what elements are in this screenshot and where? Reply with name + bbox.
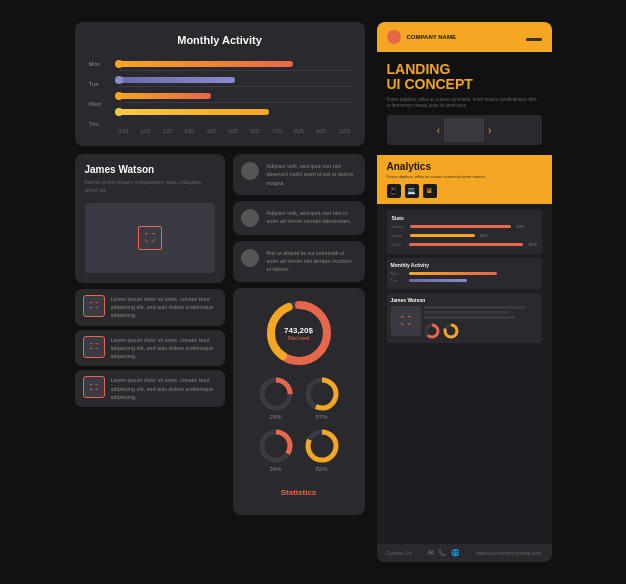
rp-bar-2 [410, 234, 475, 237]
avatar-3 [241, 249, 259, 267]
rp-profile-mini: James Watson ⛶ [387, 293, 542, 343]
statistics-label: Statistics [281, 488, 317, 497]
image-icon: ⛶ [138, 226, 162, 250]
main-donut-chart: 743,20$ Recived [264, 298, 334, 368]
bottom-row: James Watson Nemo enim ipsam voluptatem … [75, 154, 365, 562]
rp-activity-title: Monthly Activity [391, 262, 538, 268]
rp-profile-content: ⛶ [391, 306, 538, 339]
donut-amount: 743,20$ [284, 325, 313, 334]
app-container: Monthly Activity Mon Tue Wed Thu [0, 0, 626, 584]
small-donuts-row-2: 34% 82% [258, 428, 340, 472]
chart-labels: Mon Tue Wed Thu [89, 54, 117, 134]
rp-analytics-icons: 📱 💻 🖥 [387, 184, 542, 198]
rp-text-line-1 [424, 306, 527, 309]
chart-bars-area: 0/25 1/25 2/25 3/25 4/25 5/25 6/25 7/25 … [119, 54, 351, 134]
profile-name: James Watson [85, 164, 215, 175]
rp-hero-image: ‹ › [387, 115, 542, 145]
rp-mini-donut-1 [424, 323, 440, 339]
rp-profile-name-mini: James Watson [391, 297, 538, 303]
profile-column: James Watson Nemo enim ipsam voluptatem … [75, 154, 225, 562]
chart-label-tue: Tue [89, 81, 117, 87]
list-item-text: Lorem ipsum dolor sit amet, consec tetur… [111, 376, 217, 401]
rp-analytics-text: Fusce dapibus, tellus ac cursus commodo … [387, 174, 542, 180]
rp-footer-icon-3[interactable]: 🌐 [451, 549, 460, 557]
rp-profile-img-mini: ⛶ [391, 306, 421, 336]
chart-label-wed: Wed [89, 101, 117, 107]
stat-text-block-3: Nisi ut aliquid ex ea commodi ut enim ad… [233, 241, 365, 282]
stat-text-1: Adipisci velit, sed quia non nisi deseru… [267, 162, 357, 187]
rp-analytics-icon-2[interactable]: 💻 [405, 184, 419, 198]
small-donut-label-82: 82% [315, 466, 327, 472]
rp-analytics-title: Analytics [387, 161, 542, 172]
rp-text-line-2 [424, 311, 510, 314]
small-donut-label-34: 34% [269, 466, 281, 472]
donut-label: 743,20$ Recived [284, 325, 313, 340]
rp-stat-bar-3: Dolor 85% [392, 242, 537, 247]
x-labels: 0/25 1/25 2/25 3/25 4/25 5/25 6/25 7/25 … [119, 128, 351, 134]
chart-area: Mon Tue Wed Thu [89, 54, 351, 134]
rp-text-line-3 [424, 316, 515, 319]
small-donut-34: 34% [258, 428, 294, 472]
list-items: ⛶ Lorem ipsum dolor sit amet, consec tet… [75, 289, 225, 407]
monthly-activity-title: Monthly Activity [89, 34, 351, 46]
right-panel: COMPANY NAME LANDING UI CONCEPT Fusce da… [377, 22, 552, 562]
rp-right-arrow[interactable]: › [488, 125, 491, 136]
list-item: ⛶ Lorem ipsum dolor sit amet, consec tet… [75, 370, 225, 407]
donut-area: 743,20$ Recived 25% [233, 288, 365, 515]
chart-label-thu: Thu [89, 121, 117, 127]
rp-dark-section: Stats Lorem 70% Ipsum 45% Dolor [377, 204, 552, 544]
rp-left-arrow[interactable]: ‹ [437, 125, 440, 136]
rp-hero-text: Fusce dapibus, tellus ac cursus commodo,… [387, 97, 542, 110]
rp-header: COMPANY NAME [377, 22, 552, 52]
rp-hero: LANDING UI CONCEPT Fusce dapibus, tellus… [377, 52, 552, 155]
rp-website: www.yourcompanyname.com [476, 550, 541, 556]
chart-label-mon: Mon [89, 61, 117, 67]
monthly-activity-card: Monthly Activity Mon Tue Wed Thu [75, 22, 365, 146]
list-item-icon: ⛶ [83, 376, 105, 398]
rp-contact-label: Contact Us [387, 550, 412, 556]
list-item-icon: ⛶ [83, 295, 105, 317]
list-item-text: Lorem ipsum dolor sit amet, consec tetur… [111, 336, 217, 361]
avatar-1 [241, 162, 259, 180]
small-donut-57: 57% [304, 376, 340, 420]
list-item-text: Lorem ipsum dolor sit amet, consec tetur… [111, 295, 217, 320]
rp-activity-mini: Monthly Activity Mon Tue [387, 258, 542, 289]
avatar-2 [241, 209, 259, 227]
list-item: ⛶ Lorem ipsum dolor sit amet, consec tet… [75, 289, 225, 326]
rp-activity-bar-1: Mon [391, 271, 538, 276]
rp-stat-bar-2: Ipsum 45% [392, 233, 537, 238]
rp-mini-donut-2 [443, 323, 459, 339]
stat-text-block-2: Adipisci velit, sed quia non nisi ut eni… [233, 201, 365, 235]
rp-footer-icon-1[interactable]: ✉ [428, 549, 434, 557]
list-item: ⛶ Lorem ipsum dolor sit amet, consec tet… [75, 330, 225, 367]
rp-logo [387, 30, 401, 44]
rp-mini-donuts [424, 323, 538, 339]
stats-column: Adipisci velit, sed quia non nisi deseru… [233, 154, 365, 562]
rp-stats-title: Stats [392, 215, 537, 221]
rp-stats-mini: Stats Lorem 70% Ipsum 45% Dolor [387, 210, 542, 254]
small-donut-25: 25% [258, 376, 294, 420]
rp-analytics-section: Analytics Fusce dapibus, tellus ac cursu… [377, 155, 552, 204]
rp-company-name: COMPANY NAME [407, 34, 456, 40]
list-item-icon: ⛶ [83, 336, 105, 358]
rp-landing-title: LANDING UI CONCEPT [387, 62, 542, 93]
left-panel: Monthly Activity Mon Tue Wed Thu [75, 22, 365, 562]
rp-footer-icon-2[interactable]: 📞 [438, 549, 447, 557]
donut-sub: Recived [284, 334, 313, 340]
rp-bar-3 [409, 243, 524, 246]
profile-image-box: ⛶ [85, 203, 215, 273]
stat-text-block-1: Adipisci velit, sed quia non nisi deseru… [233, 154, 365, 195]
rp-analytics-icon-1[interactable]: 📱 [387, 184, 401, 198]
stat-text-2: Adipisci velit, sed quia non nisi ut eni… [267, 209, 357, 227]
rp-image-box [444, 118, 484, 142]
rp-activity-bar-2: Tue [391, 278, 538, 283]
rp-stat-bar-1: Lorem 70% [392, 224, 537, 229]
rp-analytics-icon-3[interactable]: 🖥 [423, 184, 437, 198]
profile-subtitle: Nemo enim ipsam voluptatem quia voluptas… [85, 178, 215, 195]
rp-footer: Contact Us ✉ 📞 🌐 www.yourcompanyname.com [377, 544, 552, 562]
statistics-footer: Statistics [273, 480, 325, 505]
rp-footer-icons: ✉ 📞 🌐 [428, 549, 460, 557]
small-donuts-row-1: 25% 57% [258, 376, 340, 420]
stat-text-3: Nisi ut aliquid ex ea commodi ut enim ad… [267, 249, 357, 274]
small-donut-82: 82% [304, 428, 340, 472]
